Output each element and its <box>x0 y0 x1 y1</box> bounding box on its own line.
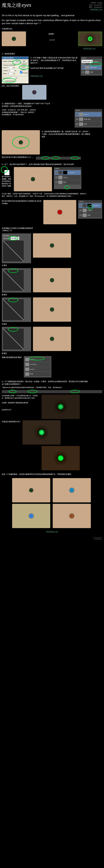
arrow-label: 加效果 <box>28 39 76 41</box>
visibility-icon[interactable] <box>79 205 82 207</box>
step2-text: 2）打开"图像">"调整">"通道混合器"在弹出的对话框中"输出通道"选择"红"… <box>30 56 79 64</box>
visibility-icon[interactable] <box>76 113 78 116</box>
monochrome-checkbox[interactable] <box>3 80 5 82</box>
visibility-icon[interactable] <box>82 66 84 68</box>
layer-name: 背景 <box>30 373 33 375</box>
load-button[interactable]: Load... <box>20 66 28 68</box>
effect-label: 效果图： <box>28 33 76 35</box>
step1-label: 从素材图开始： <box>2 28 102 30</box>
layer-row[interactable]: 背景 <box>79 213 101 218</box>
curve-grid[interactable] <box>3 329 24 349</box>
layer-thumb <box>82 214 87 217</box>
footer-site: www.psfeng.cn <box>2 536 102 538</box>
ok-button[interactable]: OK <box>20 60 28 62</box>
curve-eye-1 <box>33 233 71 258</box>
demon-eye-1 <box>42 395 80 419</box>
photoshop-options-bar[interactable] <box>36 157 81 160</box>
curves-dialog[interactable] <box>2 327 31 351</box>
layer-row[interactable]: 背景 副本 <box>75 117 101 122</box>
gallery-eye-blue <box>53 478 91 502</box>
curves-dialog[interactable] <box>2 268 31 293</box>
layer-row[interactable]: Layer 2 <box>25 357 50 362</box>
layer-row[interactable]: 背景 <box>55 180 80 185</box>
photoshop-options-bar-2[interactable] <box>2 390 102 393</box>
step4-eye <box>2 130 40 155</box>
layers-title: Layers <box>54 167 81 169</box>
layer-thumb <box>25 372 29 376</box>
mask-thumb <box>63 171 67 174</box>
highlight-circle <box>28 390 37 393</box>
layers-panel-2[interactable]: Layers Layer 1 背景 副本 背景 <box>74 109 102 128</box>
layer-row[interactable]: 背景 <box>25 372 50 376</box>
layer-row[interactable]: Hue/Satu... <box>55 170 80 175</box>
layer-name: Layer 1 <box>63 177 68 178</box>
visibility-icon[interactable] <box>76 118 78 120</box>
channel-select[interactable]: RGB <box>10 237 20 240</box>
step9-sub: 了解photoshop操作机制使你的操作变得更自由，不要局限于教程，而是，用灵魂… <box>2 386 89 389</box>
layer-row[interactable]: Hue/Satu... <box>25 362 50 367</box>
blue-input[interactable] <box>8 72 13 75</box>
layers-panel[interactable]: Layers NormalOpacity: 100% 背景 副本 背景 <box>80 56 102 76</box>
demon-eye-2 <box>23 420 61 444</box>
demon-eye-final <box>42 446 80 470</box>
curve-grid[interactable] <box>3 241 24 261</box>
highlight-circle <box>9 390 16 393</box>
step2-result: 好的，现在打得到的图层。 <box>2 85 21 87</box>
background-swatch[interactable] <box>4 170 9 175</box>
step12-label: 完成这步后效果就出来了 <box>2 420 21 423</box>
layer-name: Layer 2 <box>30 359 35 361</box>
author-name: Flingok <box>97 2 102 4</box>
layer-row[interactable]: 背景 <box>81 70 101 74</box>
save-button[interactable]: Save... <box>20 68 28 71</box>
green-input[interactable] <box>9 69 14 72</box>
visibility-icon[interactable] <box>76 123 78 125</box>
visibility-icon[interactable] <box>55 176 58 179</box>
curve-grid[interactable] <box>3 270 24 291</box>
preview-checkbox[interactable] <box>20 71 22 73</box>
layers-panel-5[interactable]: Layer 2 Hue/Satu... Layer 1 背景 <box>24 356 51 378</box>
layer-row[interactable]: Layer 1 <box>25 367 50 372</box>
curves-dialog[interactable]: Curves Channel:RGB <box>2 233 31 264</box>
layer-row[interactable]: 背景 副本 <box>81 65 101 70</box>
step4-text: 4）新改得到的图像复制一遍，然后把它放在第二层；选中第一个原版；在你合并得到的图… <box>42 130 90 138</box>
blend-mode-select[interactable]: Normal <box>81 60 93 63</box>
watermark: PSFENG.CN <box>30 75 79 78</box>
layer-row[interactable]: Hue/Satu... <box>79 203 101 208</box>
channel-mixer-dialog[interactable]: Channel Mixer Output Channel:Red Source … <box>2 56 29 84</box>
layer-row[interactable]: Layer 1 <box>55 175 80 180</box>
layers-panel-3[interactable]: Layers Hue/Satu... Layer 1 背景 <box>54 167 81 189</box>
layer-row[interactable]: Layer 1 <box>75 112 101 117</box>
curve-eye-4 <box>33 327 71 351</box>
source-label: 来自： <box>89 4 94 6</box>
adj-thumb <box>58 171 62 174</box>
layer-row[interactable]: Layer 1 <box>79 208 101 213</box>
mask-thumb <box>88 204 92 207</box>
footer-note: PS风图像处理 <box>2 538 102 540</box>
cancel-button[interactable]: Cancel <box>20 63 28 65</box>
layer-thumb <box>85 70 89 74</box>
curves-title: Curves <box>3 235 30 237</box>
curves-dialog[interactable] <box>2 298 31 322</box>
visibility-icon[interactable] <box>82 71 84 73</box>
layer-name: 背景 <box>90 71 93 73</box>
visibility-icon[interactable] <box>55 181 58 183</box>
visibility-icon[interactable] <box>79 214 82 216</box>
step2-eye-result <box>22 85 46 100</box>
original-eye-image <box>2 31 26 46</box>
red-input[interactable] <box>7 66 13 69</box>
visibility-icon[interactable] <box>55 172 58 174</box>
constant-label: Constant: <box>3 77 9 79</box>
step10-text: 在你的面板上新建一个空白图层放在最上方，填充黑色，图层模式改为"滤色"图层混合模… <box>2 395 40 399</box>
layer-row[interactable]: 背景 <box>75 122 101 126</box>
title-chinese: 魔鬼之瞳 <box>2 2 21 8</box>
constant-input[interactable] <box>10 77 15 79</box>
step2-tip: 在这里勾选"预览"将会使调整立刻"立即见效" <box>30 67 79 69</box>
visibility-icon[interactable] <box>79 209 82 212</box>
step5-hint: 点击这个图标，在菜单中选择"色相饱和度"（"色调"与"下面"，应该或注意到之后我… <box>2 193 89 197</box>
curve-grid[interactable] <box>3 299 24 320</box>
step7-sub: 【调整这三个】 <box>2 229 50 232</box>
layers-panel-4[interactable]: Layers Hue/Satu... Layer 1 背景 <box>78 200 102 219</box>
step9-text: 6）为了使眼睛看起来更强烈，我们在这一步新建一个图层，这样我们会有最好的结果，而… <box>2 380 89 385</box>
step5-intro: 现在你应该可以看出来我想要做什么了...... <box>2 156 34 158</box>
layers-title: Layers <box>78 200 102 203</box>
